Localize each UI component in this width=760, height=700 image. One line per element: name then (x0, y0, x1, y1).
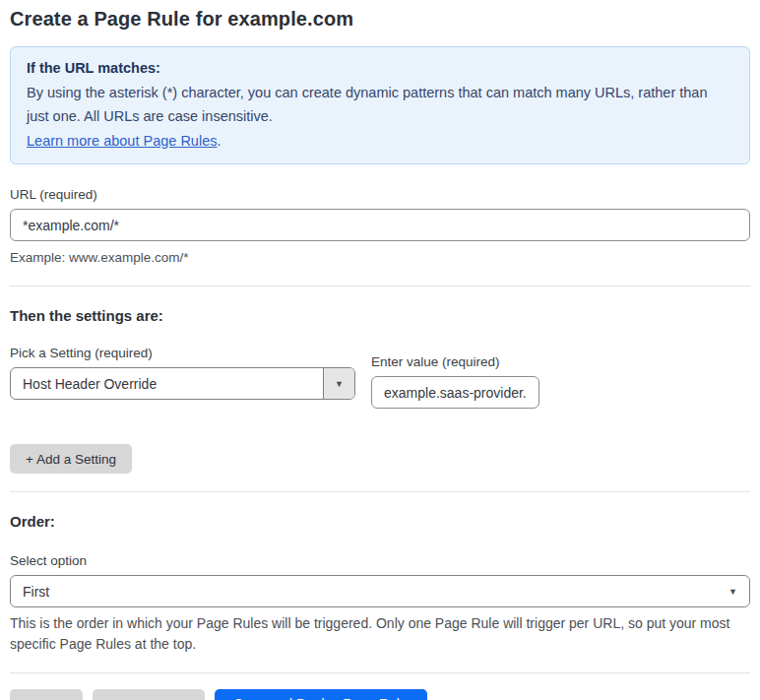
create-page-rule-form: Create a Page Rule for example.com If th… (0, 0, 760, 700)
cancel-button[interactable]: Cancel (10, 689, 83, 700)
divider-after-order (10, 672, 750, 673)
url-field-label: URL (required) (10, 187, 750, 202)
order-helper-text: This is the order in which your Page Rul… (10, 613, 750, 655)
order-selected-value: First (23, 584, 728, 600)
settings-section-heading: Then the settings are: (10, 307, 750, 324)
url-input[interactable] (10, 209, 750, 241)
setting-picker-selected-value: Host Header Override (11, 368, 323, 399)
url-match-info-box: If the URL matches: By using the asteris… (10, 46, 750, 164)
save-and-deploy-button[interactable]: Save and Deploy Page Rule (215, 689, 427, 700)
order-select[interactable]: First ▼ (10, 575, 750, 607)
save-as-draft-button[interactable]: Save as Draft (93, 689, 205, 700)
setting-picker-column: Pick a Setting (required) Host Header Ov… (10, 346, 355, 400)
footer-actions: Cancel Save as Draft Save and Deploy Pag… (10, 689, 750, 700)
url-example-helper: Example: www.example.com/* (10, 248, 750, 268)
chevron-down-icon: ▼ (335, 379, 344, 389)
order-select-label: Select option (10, 553, 750, 568)
url-section: URL (required) Example: www.example.com/… (10, 187, 750, 268)
learn-more-page-rules-link[interactable]: Learn more about Page Rules (27, 133, 217, 149)
add-setting-button[interactable]: + Add a Setting (10, 444, 132, 474)
info-box-body-text: By using the asterisk (*) character, you… (27, 85, 708, 125)
chevron-down-icon: ▼ (728, 587, 737, 597)
divider-after-url (10, 286, 750, 286)
divider-after-settings (10, 491, 750, 492)
page-title: Create a Page Rule for example.com (10, 8, 750, 31)
setting-picker-dropdown-button[interactable]: ▼ (323, 368, 354, 399)
setting-value-label: Enter value (required) (371, 354, 539, 369)
info-box-link-line: Learn more about Page Rules. (27, 129, 733, 154)
setting-picker-select[interactable]: Host Header Override ▼ (10, 367, 355, 400)
setting-picker-label: Pick a Setting (required) (10, 346, 355, 360)
order-section-heading: Order: (10, 513, 750, 530)
link-period: . (217, 133, 221, 149)
info-box-body: By using the asterisk (*) character, you… (27, 81, 733, 129)
setting-value-input[interactable] (371, 376, 539, 409)
setting-value-column: Enter value (required) (371, 354, 539, 409)
setting-row: Pick a Setting (required) Host Header Ov… (10, 346, 750, 409)
info-box-heading: If the URL matches: (27, 56, 733, 81)
